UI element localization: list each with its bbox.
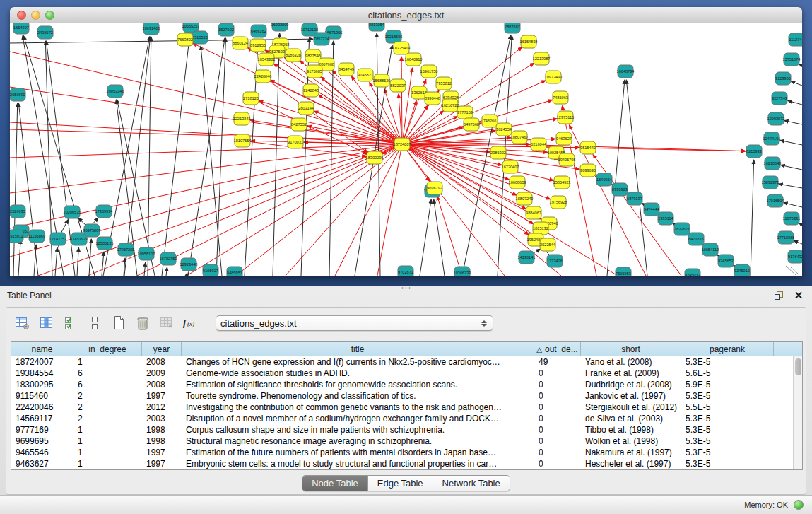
svg-text:2986322: 2986322 [490, 151, 506, 155]
cell-title: Genome-wide association studies in ADHD. [182, 368, 534, 379]
svg-text:16648794: 16648794 [617, 69, 635, 74]
svg-text:12093872: 12093872 [767, 117, 785, 121]
table-row[interactable]: 1938455462009Genome-wide association stu… [11, 368, 802, 379]
svg-text:7515526: 7515526 [192, 35, 208, 40]
table-panel: Table Panel ✕ [0, 286, 812, 495]
delete-table-button[interactable] [158, 314, 176, 332]
svg-text:1527602: 1527602 [218, 28, 234, 32]
delete-rows-button[interactable] [134, 314, 152, 332]
table-row[interactable]: 946554611997Estimation of the future num… [11, 447, 802, 458]
svg-text:8912955: 8912955 [250, 43, 266, 47]
svg-text:9242848: 9242848 [303, 88, 319, 93]
svg-text:18325419: 18325419 [393, 46, 411, 50]
table-row[interactable]: 1456911722003Disruption of a novel membe… [11, 413, 802, 424]
cell-title: Estimation of significance thresholds fo… [182, 379, 534, 390]
svg-text:12142757: 12142757 [49, 237, 67, 241]
table-row[interactable]: 946362711997Embryonic stem cells: a mode… [11, 458, 802, 469]
cell-short: Jankovic et al. (1997) [581, 390, 681, 402]
cell-title: Investigating the contribution of common… [182, 402, 534, 413]
svg-text:10807467: 10807467 [511, 135, 529, 139]
splitter-handle[interactable] [401, 286, 412, 290]
svg-text:2522544: 2522544 [540, 243, 555, 247]
table-selector-value: citations_edges.txt [220, 318, 481, 329]
memory-status-indicator [794, 500, 804, 510]
function-builder-button[interactable]: f (x) [182, 314, 200, 332]
close-panel-icon[interactable]: ✕ [792, 290, 805, 301]
network-svg[interactable]: 1654907240557220691406106552571527602646… [10, 23, 802, 276]
cell-year: 1997 [142, 390, 182, 402]
tab-edge-table[interactable]: Edge Table [368, 476, 433, 491]
table-row[interactable]: 1830029562008Estimation of significance … [11, 379, 802, 390]
tab-network-table[interactable]: Network Table [433, 476, 510, 491]
cell-short: Tibbo et al. (1998) [581, 424, 681, 436]
svg-text:8427552: 8427552 [291, 122, 307, 127]
close-window-button[interactable] [17, 11, 26, 20]
column-header-title[interactable]: title [182, 342, 534, 356]
row-height-button[interactable] [86, 314, 104, 332]
table-panel-body: f (x) citations_edges.txt namein_degreey… [6, 307, 806, 495]
column-header-pagerank[interactable]: pagerank [681, 342, 774, 356]
svg-text:9515449: 9515449 [580, 146, 596, 150]
cell-pagerank: 5.5E-5 [681, 402, 774, 413]
svg-text:11156869: 11156869 [28, 234, 45, 238]
table-selector-dropdown[interactable]: citations_edges.txt [216, 315, 493, 331]
network-canvas[interactable]: 1654907240557220691406106552571527602646… [10, 23, 802, 276]
zoom-window-button[interactable] [45, 11, 54, 20]
cell-year: 2012 [142, 402, 182, 413]
column-header-name[interactable]: name [11, 342, 73, 356]
cell-out_de: 0 [534, 458, 581, 469]
svg-text:10719195: 10719195 [301, 28, 319, 32]
svg-text:12213987: 12213987 [533, 57, 551, 61]
cell-name: 14569117 [11, 413, 73, 424]
status-bar: Memory: OK [0, 495, 812, 514]
column-header-out_de[interactable]: △out_de... [534, 342, 581, 356]
column-header-in_degree[interactable]: in_degree [73, 342, 142, 356]
cell-out_de: 0 [534, 424, 581, 436]
svg-text:16720407: 16720407 [502, 165, 519, 169]
svg-text:1733426: 1733426 [547, 259, 563, 263]
column-header-short[interactable]: short [581, 342, 681, 356]
svg-text:8454749: 8454749 [339, 67, 354, 71]
float-panel-icon[interactable] [772, 290, 785, 301]
table-row[interactable]: 2242004622012Investigating the contribut… [11, 402, 802, 413]
svg-text:8813054: 8813054 [369, 23, 384, 27]
svg-text:7955812: 7955812 [436, 81, 452, 86]
scrollbar-thumb[interactable] [795, 358, 801, 375]
svg-text:10688609: 10688609 [509, 180, 526, 185]
canvas-resize-grip[interactable] [786, 266, 799, 275]
table-row[interactable]: 969969511998Structural magnetic resonanc… [11, 436, 802, 447]
table-row[interactable]: 1872400712008Changes of HCN gene express… [11, 356, 802, 368]
cell-name: 9777169 [11, 424, 73, 436]
cell-year: 1998 [142, 424, 182, 436]
svg-text:7857224: 7857224 [314, 37, 329, 41]
network-window-titlebar[interactable]: citations_edges.txt [10, 7, 802, 23]
cell-short: de Silva et al. (2003) [581, 413, 681, 424]
cell-name: 22420046 [11, 402, 73, 413]
svg-text:19495798: 19495798 [558, 158, 576, 162]
svg-text:8990448: 8990448 [425, 96, 440, 100]
svg-text:8822037: 8822037 [390, 83, 406, 88]
svg-text:22420046: 22420046 [254, 74, 272, 78]
svg-text:11675331: 11675331 [783, 216, 800, 221]
tab-node-table[interactable]: Node Table [302, 476, 368, 491]
svg-text:15688520: 15688520 [373, 78, 391, 83]
table-tabs: Node TableEdge TableNetwork Table [6, 475, 806, 491]
column-header-year[interactable]: year [142, 342, 182, 356]
svg-text:2650690: 2650690 [10, 93, 25, 97]
table-row[interactable]: 977716911998Corpus callosum shape and si… [11, 424, 802, 436]
table-settings-button[interactable] [13, 314, 32, 332]
cell-name: 9465546 [11, 447, 73, 458]
new-table-button[interactable] [110, 314, 128, 332]
minimize-window-button[interactable] [31, 11, 40, 20]
svg-text:746266: 746266 [483, 119, 497, 123]
cell-name: 18300295 [11, 379, 73, 390]
cell-in_degree: 6 [73, 368, 142, 379]
svg-text:18107554: 18107554 [234, 139, 252, 143]
table-vertical-scrollbar[interactable] [793, 356, 802, 470]
cell-title: Changes of HCN gene expression and I(f) … [182, 356, 534, 368]
select-rows-button[interactable] [61, 314, 80, 332]
cell-name: 9463627 [11, 458, 73, 469]
choose-columns-button[interactable] [37, 314, 56, 332]
table-row[interactable]: 911546021997Tourette syndrome. Phenomeno… [11, 390, 802, 402]
svg-text:16640910: 16640910 [405, 57, 423, 62]
